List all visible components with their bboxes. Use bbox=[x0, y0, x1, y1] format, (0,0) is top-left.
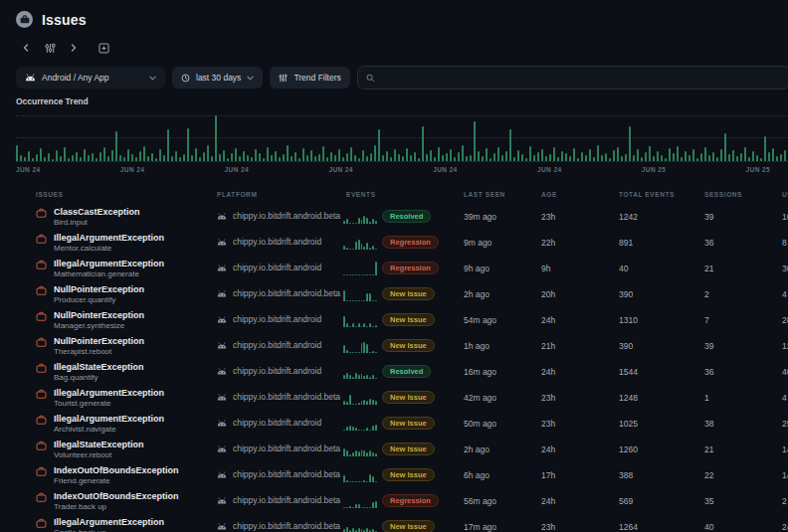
platform-cell: chippy.io.bitdrift.android.beta bbox=[217, 211, 340, 221]
trend-filters-button[interactable]: Trend Filters bbox=[270, 67, 349, 89]
issue-title: IllegalArgumentException bbox=[54, 233, 164, 243]
platform-cell: chippy.io.bitdrift.android.beta bbox=[217, 443, 340, 453]
last-seen-cell: 42m ago bbox=[464, 393, 496, 403]
issue-subtitle: Friend.generate bbox=[54, 476, 109, 485]
age-cell: 9h bbox=[541, 264, 550, 273]
users-cell: 25 bbox=[782, 419, 788, 429]
android-icon bbox=[217, 445, 227, 452]
issue-title: IllegalArgumentException bbox=[54, 517, 164, 527]
android-icon bbox=[217, 420, 227, 427]
issue-icon bbox=[36, 466, 47, 477]
age-cell: 24h bbox=[541, 444, 555, 454]
users-cell: 14 bbox=[782, 470, 788, 480]
platform-cell: chippy.io.bitdrift.android.beta bbox=[217, 469, 340, 479]
chevron-left-icon bbox=[22, 44, 30, 52]
users-cell: 28 bbox=[782, 315, 788, 325]
col-total-events[interactable]: Total Events bbox=[619, 191, 675, 198]
col-events[interactable]: Events bbox=[346, 191, 376, 198]
issue-icon bbox=[36, 285, 47, 296]
last-seen-cell: 6h ago bbox=[464, 470, 490, 480]
issues-table: ClassCastExceptionBird.inputchippy.io.bi… bbox=[0, 204, 788, 532]
android-icon bbox=[217, 290, 227, 297]
table-row[interactable]: IllegalArgumentExceptionMentor.calculate… bbox=[0, 230, 788, 256]
search-box[interactable] bbox=[357, 66, 788, 89]
chevron-down-icon bbox=[247, 76, 254, 81]
table-row[interactable]: IllegalArgumentExceptionMathematician.ge… bbox=[0, 256, 788, 281]
sessions-cell: 7 bbox=[704, 315, 709, 325]
col-sessions[interactable]: Sessions bbox=[704, 191, 742, 198]
time-range-select[interactable]: last 30 days bbox=[172, 67, 263, 89]
age-cell: 24h bbox=[541, 496, 555, 506]
platform-cell: chippy.io.bitdrift.android.beta bbox=[217, 495, 340, 505]
issue-title: IllegalStateException bbox=[54, 362, 144, 372]
chart-x-axis: JUN 24JUN 24JUN 24JUN 24JUN 24JUN 24JUN … bbox=[0, 166, 788, 176]
android-icon bbox=[217, 265, 227, 271]
occurrence-trend-chart[interactable] bbox=[16, 111, 788, 162]
last-seen-cell: 9h ago bbox=[464, 264, 490, 273]
events-sparkline bbox=[343, 313, 378, 327]
status-badge: New Issue bbox=[382, 520, 435, 532]
col-age[interactable]: Age bbox=[541, 191, 557, 198]
total-events-cell: 1248 bbox=[619, 393, 638, 403]
issue-title: NullPointerException bbox=[54, 336, 144, 346]
total-events-cell: 40 bbox=[619, 264, 628, 273]
last-seen-cell: 56m ago bbox=[464, 496, 496, 506]
last-seen-cell: 50m ago bbox=[464, 419, 496, 429]
sessions-cell: 22 bbox=[704, 470, 713, 480]
issue-subtitle: Therapist.reboot bbox=[54, 347, 111, 356]
table-row[interactable]: IllegalArgumentExceptionCastle.back upch… bbox=[0, 514, 788, 532]
events-sparkline bbox=[343, 443, 378, 456]
search-input[interactable] bbox=[380, 73, 781, 83]
chart-baseline bbox=[16, 161, 788, 162]
table-row[interactable]: NullPointerExceptionProducer.quantifychi… bbox=[0, 281, 788, 307]
sessions-cell: 36 bbox=[704, 367, 713, 377]
toolbar bbox=[18, 40, 111, 56]
time-range-value: last 30 days bbox=[196, 73, 241, 83]
plus-square-icon bbox=[98, 43, 109, 54]
status-badge: New Issue bbox=[382, 417, 435, 430]
android-icon bbox=[217, 213, 227, 220]
table-row[interactable]: NullPointerExceptionTherapist.rebootchip… bbox=[0, 333, 788, 359]
events-sparkline bbox=[343, 520, 378, 532]
android-icon bbox=[217, 368, 227, 375]
table-row[interactable]: IllegalStateExceptionBag.quantifychippy.… bbox=[0, 359, 788, 385]
table-row[interactable]: IllegalArgumentExceptionArchivist.naviga… bbox=[0, 411, 788, 437]
total-events-cell: 388 bbox=[619, 470, 633, 480]
filter-sliders-button[interactable] bbox=[42, 40, 58, 56]
status-badge: New Issue bbox=[382, 287, 435, 300]
total-events-cell: 1260 bbox=[619, 444, 638, 454]
issue-icon bbox=[36, 389, 47, 400]
android-icon bbox=[25, 74, 36, 82]
col-platform[interactable]: Platform bbox=[217, 191, 257, 198]
x-tick-label: JUN 24 bbox=[225, 166, 249, 173]
table-row[interactable]: IllegalStateExceptionVolunteer.rebootchi… bbox=[0, 437, 788, 462]
prev-button[interactable] bbox=[18, 40, 34, 56]
platform-cell: chippy.io.bitdrift.android.beta bbox=[217, 288, 340, 298]
add-view-button[interactable] bbox=[96, 40, 111, 56]
issue-subtitle: Mathematician.generate bbox=[54, 269, 139, 278]
sliders-icon bbox=[45, 43, 56, 54]
x-tick-label: JUN 24 bbox=[537, 166, 561, 173]
status-badge: Regression bbox=[382, 494, 439, 507]
col-last-seen[interactable]: Last Seen bbox=[464, 191, 505, 198]
total-events-cell: 390 bbox=[619, 341, 633, 351]
x-tick-label: JUN 25 bbox=[642, 166, 666, 173]
next-button[interactable] bbox=[66, 40, 82, 56]
table-row[interactable]: IllegalArgumentExceptionTourist.generate… bbox=[0, 385, 788, 411]
project-select[interactable]: Android / Any App bbox=[16, 67, 165, 89]
events-sparkline bbox=[343, 365, 378, 379]
issue-icon bbox=[36, 441, 47, 451]
table-row[interactable]: IndexOutOfBoundsExceptionTrader.back upc… bbox=[0, 488, 788, 514]
table-row[interactable]: IndexOutOfBoundsExceptionFriend.generate… bbox=[0, 462, 788, 488]
table-row[interactable]: ClassCastExceptionBird.inputchippy.io.bi… bbox=[0, 204, 788, 230]
x-tick-label: JUN 24 bbox=[120, 166, 144, 173]
users-cell: 40 bbox=[782, 367, 788, 377]
issue-subtitle: Producer.quantify bbox=[54, 295, 115, 304]
col-issues[interactable]: Issues bbox=[36, 191, 63, 198]
total-events-cell: 390 bbox=[619, 289, 633, 299]
project-select-value: Android / Any App bbox=[42, 73, 109, 83]
issue-subtitle: Tourist.generate bbox=[54, 399, 110, 408]
col-users[interactable]: Users bbox=[782, 191, 788, 198]
platform-cell: chippy.io.bitdrift.android bbox=[217, 263, 321, 272]
table-row[interactable]: NullPointerExceptionManager.synthesizech… bbox=[0, 307, 788, 333]
